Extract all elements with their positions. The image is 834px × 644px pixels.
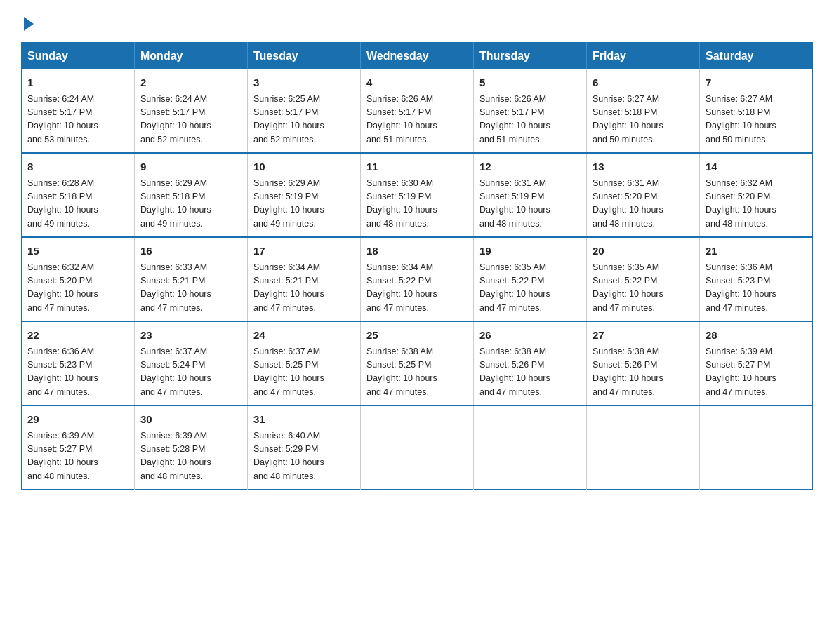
- day-number: 26: [479, 328, 581, 344]
- day-info: Sunrise: 6:31 AMSunset: 5:19 PMDaylight:…: [479, 177, 581, 232]
- day-number: 27: [593, 328, 694, 344]
- week-row-4: 22Sunrise: 6:36 AMSunset: 5:23 PMDayligh…: [22, 321, 813, 405]
- day-number: 19: [479, 243, 581, 260]
- day-info: Sunrise: 6:36 AMSunset: 5:23 PMDaylight:…: [706, 261, 807, 316]
- calendar-cell: 3Sunrise: 6:25 AMSunset: 5:17 PMDaylight…: [248, 69, 361, 153]
- day-number: 21: [706, 243, 807, 260]
- calendar-cell: 26Sunrise: 6:38 AMSunset: 5:26 PMDayligh…: [474, 321, 587, 405]
- day-number: 16: [140, 243, 241, 260]
- calendar-cell: [361, 405, 474, 490]
- day-info: Sunrise: 6:35 AMSunset: 5:22 PMDaylight:…: [479, 261, 581, 316]
- day-info: Sunrise: 6:33 AMSunset: 5:21 PMDaylight:…: [140, 261, 241, 316]
- day-number: 2: [140, 75, 241, 91]
- calendar-cell: 25Sunrise: 6:38 AMSunset: 5:25 PMDayligh…: [361, 321, 474, 405]
- calendar-cell: 15Sunrise: 6:32 AMSunset: 5:20 PMDayligh…: [22, 237, 135, 321]
- day-number: 14: [706, 159, 807, 175]
- day-number: 5: [479, 75, 581, 91]
- day-info: Sunrise: 6:37 AMSunset: 5:25 PMDaylight:…: [253, 345, 355, 400]
- day-number: 18: [366, 243, 468, 260]
- header-saturday: Saturday: [700, 43, 813, 70]
- logo: [21, 14, 34, 31]
- day-info: Sunrise: 6:26 AMSunset: 5:17 PMDaylight:…: [479, 93, 581, 147]
- calendar-cell: 14Sunrise: 6:32 AMSunset: 5:20 PMDayligh…: [700, 153, 813, 237]
- day-number: 13: [593, 159, 694, 175]
- day-info: Sunrise: 6:35 AMSunset: 5:22 PMDaylight:…: [593, 261, 694, 316]
- day-number: 9: [140, 159, 241, 175]
- day-number: 1: [27, 75, 128, 91]
- calendar-cell: 16Sunrise: 6:33 AMSunset: 5:21 PMDayligh…: [135, 237, 248, 321]
- calendar-cell: 11Sunrise: 6:30 AMSunset: 5:19 PMDayligh…: [361, 153, 474, 237]
- calendar-cell: [474, 405, 587, 490]
- calendar-cell: [587, 405, 700, 490]
- day-info: Sunrise: 6:39 AMSunset: 5:27 PMDaylight:…: [706, 345, 807, 400]
- day-info: Sunrise: 6:32 AMSunset: 5:20 PMDaylight:…: [27, 261, 128, 316]
- calendar-cell: [700, 405, 813, 490]
- day-info: Sunrise: 6:38 AMSunset: 5:26 PMDaylight:…: [479, 345, 581, 400]
- day-info: Sunrise: 6:29 AMSunset: 5:19 PMDaylight:…: [253, 177, 355, 232]
- week-row-1: 1Sunrise: 6:24 AMSunset: 5:17 PMDaylight…: [22, 69, 813, 153]
- day-number: 11: [366, 159, 468, 175]
- calendar-cell: 2Sunrise: 6:24 AMSunset: 5:17 PMDaylight…: [135, 69, 248, 153]
- day-number: 4: [366, 75, 468, 91]
- calendar-cell: 10Sunrise: 6:29 AMSunset: 5:19 PMDayligh…: [248, 153, 361, 237]
- day-info: Sunrise: 6:29 AMSunset: 5:18 PMDaylight:…: [140, 177, 241, 232]
- day-info: Sunrise: 6:37 AMSunset: 5:24 PMDaylight:…: [140, 345, 241, 400]
- day-number: 7: [706, 75, 807, 91]
- calendar-cell: 27Sunrise: 6:38 AMSunset: 5:26 PMDayligh…: [587, 321, 700, 405]
- header-sunday: Sunday: [22, 43, 135, 70]
- day-info: Sunrise: 6:34 AMSunset: 5:21 PMDaylight:…: [253, 261, 355, 316]
- day-info: Sunrise: 6:27 AMSunset: 5:18 PMDaylight:…: [706, 93, 807, 147]
- day-info: Sunrise: 6:36 AMSunset: 5:23 PMDaylight:…: [27, 345, 128, 400]
- calendar-cell: 9Sunrise: 6:29 AMSunset: 5:18 PMDaylight…: [135, 153, 248, 237]
- calendar-cell: 22Sunrise: 6:36 AMSunset: 5:23 PMDayligh…: [22, 321, 135, 405]
- day-info: Sunrise: 6:40 AMSunset: 5:29 PMDaylight:…: [253, 429, 355, 484]
- calendar-cell: 29Sunrise: 6:39 AMSunset: 5:27 PMDayligh…: [22, 405, 135, 490]
- calendar-cell: 31Sunrise: 6:40 AMSunset: 5:29 PMDayligh…: [248, 405, 361, 490]
- day-number: 20: [593, 243, 694, 260]
- day-info: Sunrise: 6:38 AMSunset: 5:25 PMDaylight:…: [366, 345, 468, 400]
- calendar-cell: 30Sunrise: 6:39 AMSunset: 5:28 PMDayligh…: [135, 405, 248, 490]
- calendar-cell: 17Sunrise: 6:34 AMSunset: 5:21 PMDayligh…: [248, 237, 361, 321]
- day-number: 22: [27, 328, 128, 344]
- day-number: 23: [140, 328, 241, 344]
- day-info: Sunrise: 6:31 AMSunset: 5:20 PMDaylight:…: [593, 177, 694, 232]
- calendar-cell: 19Sunrise: 6:35 AMSunset: 5:22 PMDayligh…: [474, 237, 587, 321]
- day-number: 24: [253, 328, 355, 344]
- calendar-cell: 4Sunrise: 6:26 AMSunset: 5:17 PMDaylight…: [361, 69, 474, 153]
- calendar-cell: 1Sunrise: 6:24 AMSunset: 5:17 PMDaylight…: [22, 69, 135, 153]
- calendar-cell: 12Sunrise: 6:31 AMSunset: 5:19 PMDayligh…: [474, 153, 587, 237]
- day-number: 28: [706, 328, 807, 344]
- week-row-2: 8Sunrise: 6:28 AMSunset: 5:18 PMDaylight…: [22, 153, 813, 237]
- header-wednesday: Wednesday: [361, 43, 474, 70]
- day-info: Sunrise: 6:27 AMSunset: 5:18 PMDaylight:…: [593, 93, 694, 147]
- day-number: 10: [253, 159, 355, 175]
- day-number: 25: [366, 328, 468, 344]
- weekday-header-row: SundayMondayTuesdayWednesdayThursdayFrid…: [22, 43, 813, 70]
- calendar-cell: 20Sunrise: 6:35 AMSunset: 5:22 PMDayligh…: [587, 237, 700, 321]
- day-info: Sunrise: 6:28 AMSunset: 5:18 PMDaylight:…: [27, 177, 128, 232]
- day-number: 8: [27, 159, 128, 175]
- day-info: Sunrise: 6:30 AMSunset: 5:19 PMDaylight:…: [366, 177, 468, 232]
- day-number: 30: [140, 412, 241, 428]
- day-info: Sunrise: 6:25 AMSunset: 5:17 PMDaylight:…: [253, 93, 355, 147]
- day-number: 3: [253, 75, 355, 91]
- day-number: 17: [253, 243, 355, 260]
- header-monday: Monday: [135, 43, 248, 70]
- calendar-cell: 21Sunrise: 6:36 AMSunset: 5:23 PMDayligh…: [700, 237, 813, 321]
- calendar-cell: 23Sunrise: 6:37 AMSunset: 5:24 PMDayligh…: [135, 321, 248, 405]
- day-info: Sunrise: 6:38 AMSunset: 5:26 PMDaylight:…: [593, 345, 694, 400]
- header-friday: Friday: [587, 43, 700, 70]
- calendar-cell: 8Sunrise: 6:28 AMSunset: 5:18 PMDaylight…: [22, 153, 135, 237]
- calendar-cell: 7Sunrise: 6:27 AMSunset: 5:18 PMDaylight…: [700, 69, 813, 153]
- day-info: Sunrise: 6:24 AMSunset: 5:17 PMDaylight:…: [27, 93, 128, 147]
- day-info: Sunrise: 6:32 AMSunset: 5:20 PMDaylight:…: [706, 177, 807, 232]
- day-number: 6: [593, 75, 694, 91]
- day-info: Sunrise: 6:26 AMSunset: 5:17 PMDaylight:…: [366, 93, 468, 147]
- calendar-cell: 5Sunrise: 6:26 AMSunset: 5:17 PMDaylight…: [474, 69, 587, 153]
- calendar-table: SundayMondayTuesdayWednesdayThursdayFrid…: [21, 42, 813, 490]
- day-info: Sunrise: 6:24 AMSunset: 5:17 PMDaylight:…: [140, 93, 241, 147]
- week-row-3: 15Sunrise: 6:32 AMSunset: 5:20 PMDayligh…: [22, 237, 813, 321]
- day-number: 15: [27, 243, 128, 260]
- day-number: 31: [253, 412, 355, 428]
- calendar-cell: 6Sunrise: 6:27 AMSunset: 5:18 PMDaylight…: [587, 69, 700, 153]
